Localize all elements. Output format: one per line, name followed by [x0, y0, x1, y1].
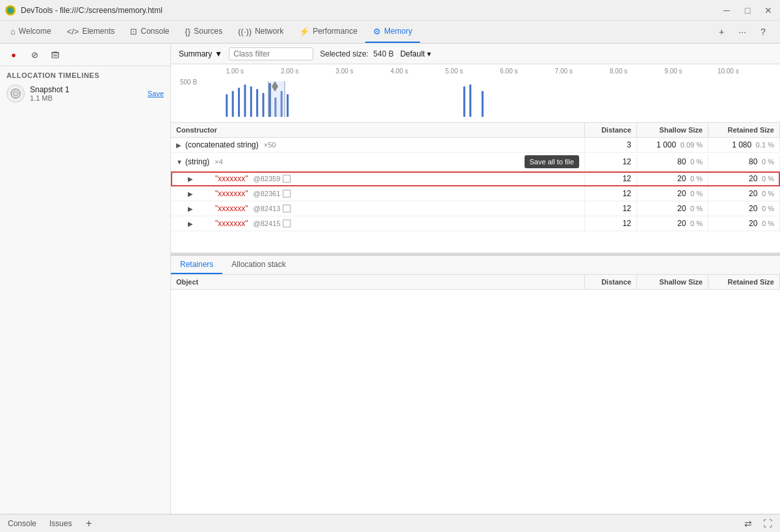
svg-rect-13 — [263, 93, 265, 117]
ruler-mark-3: 3.00 s — [335, 68, 353, 75]
expand-icon[interactable]: ▶ — [188, 175, 194, 183]
console-icon: ⊡ — [130, 27, 137, 36]
summary-label: Summary — [179, 49, 212, 58]
snapshot-item[interactable]: Snapshot 1 1.1 MB Save — [0, 82, 170, 105]
td-shallow: 80 0 % — [637, 155, 708, 169]
table-row[interactable]: ▶ "xxxxxxx" @82359 12 20 0 % 20 0 % — [171, 171, 780, 186]
pane-tabs: Retainers Allocation stack — [171, 256, 780, 275]
tab-welcome[interactable]: ⌂ Welcome — [3, 21, 59, 43]
tab-network-label: Network — [255, 27, 283, 36]
fullscreen-icon[interactable]: ⛶ — [760, 516, 775, 531]
elements-icon: </> — [67, 27, 79, 36]
bottom-add-btn[interactable]: + — [83, 517, 96, 530]
pane-table-header: Object Distance Shallow Size Retained Si… — [171, 275, 780, 290]
expand-icon[interactable]: ▶ — [188, 190, 194, 197]
delete-btn[interactable] — [47, 46, 64, 63]
bottom-issues-tab[interactable]: Issues — [47, 518, 75, 529]
td-constructor: ▶ "xxxxxxx" @82413 — [171, 201, 585, 216]
object-address: @82413 — [254, 205, 281, 212]
copy-btn[interactable] — [283, 175, 291, 183]
bottom-console-tab[interactable]: Console — [5, 518, 39, 529]
selected-size: Selected size: 540 B — [320, 49, 393, 58]
tab-performance[interactable]: ⚡ Performance — [291, 21, 365, 43]
maximize-btn[interactable]: □ — [741, 4, 754, 17]
ruler-mark-7: 7.00 s — [555, 68, 573, 75]
table-row[interactable]: ▼ (string) ×4 Save all to file 12 80 0 %… — [171, 153, 780, 171]
class-filter-input[interactable] — [229, 47, 313, 60]
th-constructor: Constructor — [171, 123, 585, 137]
svg-rect-20 — [482, 91, 484, 117]
tab-memory[interactable]: ⚙ Memory — [365, 21, 420, 43]
td-constructor: ▶ (concatenated string) ×50 — [171, 138, 585, 152]
td-distance: 12 — [585, 216, 637, 231]
window-controls: ─ □ ✕ — [720, 4, 775, 17]
more-tabs-btn[interactable]: ··· — [733, 23, 751, 41]
tab-allocation-stack[interactable]: Allocation stack — [222, 256, 294, 274]
sidebar: ● ⊘ ALLOCATION TIMELINES — [0, 44, 171, 514]
pth-shallow: Shallow Size — [637, 275, 708, 289]
snapshot-icon — [6, 84, 25, 103]
svg-rect-9 — [238, 88, 240, 117]
td-shallow: 20 0 % — [637, 216, 708, 231]
td-constructor: ▶ "xxxxxxx" @82359 — [171, 171, 585, 186]
snapshot-name: Snapshot 1 — [30, 85, 142, 94]
summary-dropdown[interactable]: Summary ▼ — [176, 48, 225, 60]
constructor-name: "xxxxxxx" — [215, 219, 248, 228]
table-row[interactable]: ▶ "xxxxxxx" @82415 12 20 0 % 20 0 % — [171, 216, 780, 231]
sidebar-toolbar: ● ⊘ — [0, 44, 170, 66]
timeline-ruler: 1.00 s 2.00 s 3.00 s 4.00 s 5.00 s 6.00 … — [171, 64, 780, 77]
th-distance: Distance — [585, 123, 637, 137]
bottom-bar: Console Issues + ⇄ ⛶ — [0, 514, 780, 532]
th-retained: Retained Size — [708, 123, 780, 137]
content-area: Summary ▼ Selected size: 540 B Default ▾… — [171, 44, 780, 514]
constructor-name: (string) — [185, 157, 209, 166]
expand-icon[interactable]: ▶ — [188, 205, 194, 212]
close-btn[interactable]: ✕ — [762, 4, 775, 17]
tab-console[interactable]: ⊡ Console — [122, 21, 177, 43]
section-label: ALLOCATION TIMELINES — [0, 66, 170, 82]
pane-body — [171, 290, 780, 509]
timeline-chart[interactable]: 500 B — [171, 77, 780, 120]
tab-elements-label: Elements — [82, 27, 114, 36]
svg-rect-12 — [256, 89, 258, 117]
default-dropdown[interactable]: Default ▾ — [398, 48, 434, 60]
tab-bar: ⌂ Welcome </> Elements ⊡ Console {} Sour… — [0, 21, 780, 44]
title-text: DevTools - file:///C:/screens/memory.htm… — [21, 6, 715, 15]
tab-retainers[interactable]: Retainers — [171, 256, 222, 274]
network-icon: ((·)) — [238, 27, 252, 36]
selected-size-label: Selected size: — [320, 49, 369, 58]
tab-elements[interactable]: </> Elements — [59, 21, 123, 43]
clear-btn[interactable]: ⊘ — [26, 46, 43, 63]
expand-icon[interactable]: ▶ — [176, 142, 183, 149]
subtoolbar: Summary ▼ Selected size: 540 B Default ▾ — [171, 44, 780, 64]
td-retained: 20 0 % — [708, 201, 780, 216]
expand-icon[interactable]: ▼ — [176, 158, 183, 166]
td-retained: 20 0 % — [708, 171, 780, 186]
main-table-area: Constructor Distance Shallow Size Retain… — [171, 123, 780, 253]
td-retained: 80 0 % — [708, 155, 780, 169]
constructor-name: (concatenated string) — [185, 140, 259, 149]
copy-btn[interactable] — [283, 190, 291, 197]
object-address: @82361 — [254, 190, 281, 197]
td-shallow: 1 000 0.09 % — [637, 138, 708, 152]
table-row[interactable]: ▶ (concatenated string) ×50 3 1 000 0.09… — [171, 138, 780, 153]
copy-btn[interactable] — [283, 220, 291, 227]
memory-icon: ⚙ — [373, 27, 381, 36]
default-arrow-icon: ▾ — [427, 49, 431, 58]
table-body: ▶ (concatenated string) ×50 3 1 000 0.09… — [171, 138, 780, 231]
table-row[interactable]: ▶ "xxxxxxx" @82361 12 20 0 % 20 0 % — [171, 186, 780, 201]
add-tab-btn[interactable]: + — [712, 23, 731, 41]
record-btn[interactable]: ● — [5, 46, 22, 63]
dock-icon[interactable]: ⇄ — [741, 516, 755, 531]
minimize-btn[interactable]: ─ — [720, 4, 733, 17]
copy-btn[interactable] — [283, 205, 291, 212]
table-row[interactable]: ▶ "xxxxxxx" @82413 12 20 0 % 20 0 % — [171, 201, 780, 216]
expand-icon[interactable]: ▶ — [188, 220, 194, 227]
save-all-tooltip: Save all to file — [525, 155, 579, 168]
constructor-name: "xxxxxxx" — [215, 204, 248, 213]
help-btn[interactable]: ? — [754, 23, 772, 41]
snapshot-save-btn[interactable]: Save — [148, 90, 164, 97]
tab-network[interactable]: ((·)) Network — [230, 21, 291, 43]
tab-sources[interactable]: {} Sources — [177, 21, 231, 43]
timeline-bars-svg — [171, 81, 780, 117]
